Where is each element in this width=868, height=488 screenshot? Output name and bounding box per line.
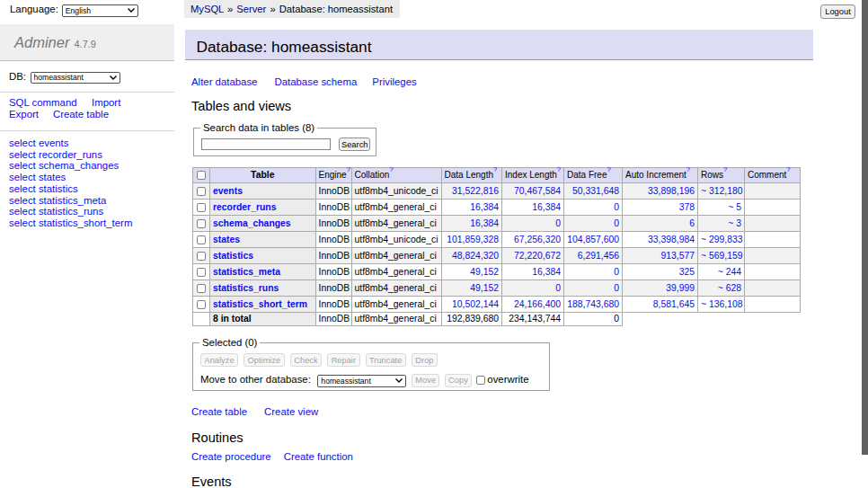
breadcrumb-mysql-link[interactable]: MySQL [190,4,224,14]
data-free-link[interactable]: 6,291,456 [578,251,619,261]
sidebar-select-table-link[interactable]: select statistics_short_term [9,217,174,229]
index-length-link[interactable]: 16,384 [532,267,561,277]
data-length-link[interactable]: 48,824,320 [452,251,499,261]
rows-count-link[interactable]: ~ 628 [718,283,741,293]
table-name-link[interactable]: statistics_meta [213,267,280,277]
table-name-link[interactable]: statistics_short_term [213,299,307,309]
row-checkbox[interactable] [197,187,206,196]
sidebar-select-table-link[interactable]: select recorder_runs [9,149,174,161]
rows-count-link[interactable]: ~ 569,159 [701,251,743,261]
table-name-link[interactable]: schema_changes [213,218,291,228]
index-length-link[interactable]: 0 [555,218,561,228]
auto-increment-link[interactable]: 325 [679,267,695,277]
data-free-link[interactable]: 0 [614,267,619,277]
data-length-link[interactable]: 101,859,328 [447,235,499,244]
row-checkbox[interactable] [197,235,206,244]
table-name-link[interactable]: statistics_runs [213,283,279,293]
row-checkbox[interactable] [197,219,206,228]
data-free-link[interactable]: 0 [614,283,619,293]
alter-database-link[interactable]: Alter database [191,76,257,87]
index-length-link[interactable]: 16,384 [532,202,561,212]
table-name-link[interactable]: recorder_runs [213,202,276,212]
data-length-link[interactable]: 16,384 [470,218,499,228]
move-database-select[interactable]: homeassistant [317,375,406,388]
sidebar-select-table-link[interactable]: select statistics [9,183,174,195]
rows-count-link[interactable]: ~ 312,180 [701,186,743,196]
create-view-link[interactable]: Create view [264,406,318,417]
operation-button[interactable]: Truncate [366,353,406,367]
table-name-link[interactable]: events [213,186,243,196]
help-link[interactable]: ? [607,165,610,173]
data-free-link[interactable]: 188,743,680 [567,299,619,309]
logout-button[interactable]: Logout [820,4,855,19]
auto-increment-link[interactable]: 39,999 [666,283,695,293]
sidebar-export-link[interactable]: Export [9,109,39,120]
help-link[interactable]: ? [347,165,350,173]
sidebar-select-table-link[interactable]: select schema_changes [9,160,174,172]
database-schema-link[interactable]: Database schema [274,76,357,87]
scrollbar-thumb[interactable] [862,0,868,455]
data-free-link[interactable]: 104,857,600 [567,235,619,244]
rows-count-link[interactable]: ~ 5 [728,202,741,212]
index-length-link[interactable]: 72,220,672 [514,251,561,261]
overwrite-checkbox[interactable] [476,376,485,385]
auto-increment-link[interactable]: 33,398,984 [648,235,695,244]
app-version[interactable]: 4.7.9 [74,39,95,49]
operation-button[interactable]: Repair [327,353,359,367]
operation-button[interactable]: Check [290,353,322,367]
auto-increment-link[interactable]: 33,898,196 [648,186,695,196]
table-name-link[interactable]: statistics [213,251,253,261]
row-checkbox[interactable] [197,252,206,261]
sidebar-sql-command-link[interactable]: SQL command [9,97,77,108]
data-length-link[interactable]: 31,522,816 [452,186,499,196]
sidebar-import-link[interactable]: Import [92,97,120,108]
create-procedure-link[interactable]: Create procedure [191,451,271,462]
privileges-link[interactable]: Privileges [372,76,416,87]
data-free-link[interactable]: 50,331,648 [572,186,619,196]
help-link[interactable]: ? [786,165,790,173]
search-input[interactable] [201,138,331,150]
breadcrumb-server-link[interactable]: Server [236,4,266,14]
operation-button[interactable]: Optimize [244,353,285,367]
scrollbar-track[interactable] [862,0,868,488]
help-link[interactable]: ? [493,165,497,173]
rows-count-link[interactable]: ~ 136,108 [701,299,743,309]
auto-increment-link[interactable]: 8,581,645 [653,299,695,309]
move-button[interactable]: Move [412,374,439,387]
select-all-checkbox[interactable] [197,171,206,180]
auto-increment-link[interactable]: 378 [679,202,695,212]
data-free-link[interactable]: 0 [614,218,619,228]
rows-count-link[interactable]: ~ 244 [718,267,741,277]
index-length-link[interactable]: 24,166,400 [514,299,561,309]
help-link[interactable]: ? [389,165,393,173]
db-select[interactable]: homeassistant [31,72,120,84]
table-name-link[interactable]: states [213,235,240,244]
sidebar-select-table-link[interactable]: select states [9,172,174,183]
create-table-link[interactable]: Create table [191,406,247,417]
row-checkbox[interactable] [197,300,206,309]
help-link[interactable]: ? [723,165,727,173]
sidebar-create-table-link[interactable]: Create table [53,109,109,120]
operation-button[interactable]: Drop [412,353,438,367]
operation-button[interactable]: Analyze [200,353,238,367]
row-checkbox[interactable] [197,203,206,212]
rows-count-link[interactable]: ~ 3 [728,218,741,228]
data-length-link[interactable]: 10,502,144 [452,299,499,309]
row-checkbox[interactable] [197,284,206,293]
data-length-link[interactable]: 49,152 [470,283,499,293]
auto-increment-link[interactable]: 6 [689,218,695,228]
sidebar-select-table-link[interactable]: select statistics_meta [9,195,174,207]
auto-increment-link[interactable]: 913,577 [660,251,695,261]
data-length-link[interactable]: 49,152 [470,267,499,277]
index-length-link[interactable]: 0 [555,283,561,293]
index-length-link[interactable]: 70,467,584 [514,186,561,196]
search-button[interactable]: Search [339,138,370,151]
sidebar-select-table-link[interactable]: select statistics_runs [9,206,174,217]
row-checkbox[interactable] [197,268,206,277]
create-function-link[interactable]: Create function [284,451,353,462]
index-length-link[interactable]: 67,256,320 [514,235,561,244]
rows-count-link[interactable]: ~ 299,833 [701,235,743,244]
help-link[interactable]: ? [686,165,690,173]
help-link[interactable]: ? [557,165,561,173]
data-free-link[interactable]: 0 [614,202,619,212]
